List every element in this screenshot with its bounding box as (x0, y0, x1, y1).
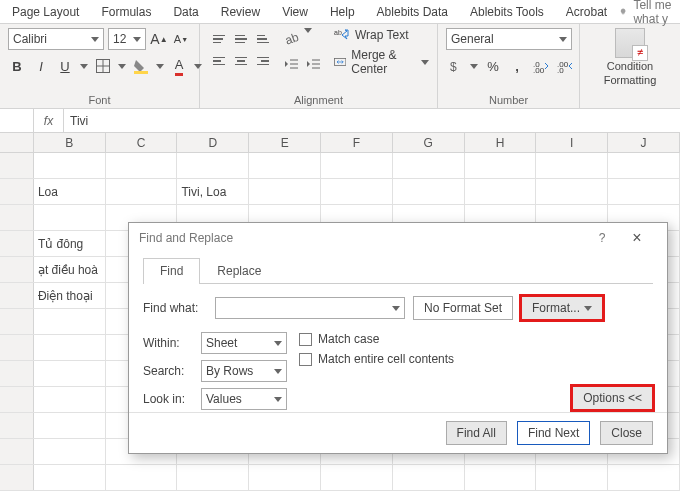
decrease-indent-icon[interactable] (282, 54, 300, 74)
row-header[interactable] (0, 465, 34, 490)
align-top-icon[interactable] (209, 29, 229, 49)
underline-button[interactable]: U (56, 56, 74, 76)
cell[interactable] (34, 413, 106, 438)
font-name-combo[interactable]: Calibri (8, 28, 104, 50)
match-entire-checkbox[interactable]: Match entire cell contents (299, 352, 454, 366)
cell[interactable] (177, 465, 249, 490)
chevron-down-icon[interactable] (80, 64, 88, 69)
bold-button[interactable]: B (8, 56, 26, 76)
cell[interactable] (249, 179, 321, 204)
chevron-down-icon[interactable] (304, 28, 312, 33)
col-header[interactable]: C (106, 133, 178, 152)
cell[interactable] (608, 465, 680, 490)
increase-font-icon[interactable]: A▲ (150, 29, 168, 49)
row-header[interactable] (0, 231, 34, 256)
name-box[interactable] (0, 109, 34, 132)
percent-format-icon[interactable]: % (484, 56, 502, 76)
options-button[interactable]: Options << (572, 386, 653, 410)
tab-ablebits-tools[interactable]: Ablebits Tools (460, 2, 554, 22)
cell[interactable] (321, 465, 393, 490)
find-all-button[interactable]: Find All (446, 421, 507, 445)
cell[interactable] (34, 439, 106, 464)
dialog-titlebar[interactable]: Find and Replace ? × (129, 223, 667, 253)
chevron-down-icon[interactable] (118, 64, 126, 69)
increase-decimal-icon[interactable]: .0.00 (532, 56, 550, 76)
cell[interactable] (393, 179, 465, 204)
tell-me-search[interactable]: Tell me what y (619, 0, 678, 26)
within-combo[interactable]: Sheet (201, 332, 287, 354)
cell[interactable] (608, 153, 680, 178)
cell[interactable]: ạt điều hoà (34, 257, 106, 282)
col-header[interactable]: J (608, 133, 680, 152)
chevron-down-icon[interactable] (470, 64, 478, 69)
row-header[interactable] (0, 179, 34, 204)
conditional-formatting-button[interactable]: Condition Formatting (588, 28, 672, 86)
col-header[interactable]: H (465, 133, 537, 152)
cell[interactable] (34, 205, 106, 230)
find-what-input[interactable] (215, 297, 405, 319)
cell[interactable]: Tivi, Loa (177, 179, 249, 204)
decrease-font-icon[interactable]: A▼ (172, 29, 190, 49)
decrease-decimal-icon[interactable]: .00.0 (556, 56, 574, 76)
cell[interactable] (536, 153, 608, 178)
cell[interactable] (536, 179, 608, 204)
fill-color-icon[interactable] (132, 56, 150, 76)
tab-find[interactable]: Find (143, 258, 200, 284)
cell[interactable] (34, 335, 106, 360)
search-combo[interactable]: By Rows (201, 360, 287, 382)
tab-page-layout[interactable]: Page Layout (2, 2, 89, 22)
col-header[interactable]: G (393, 133, 465, 152)
cell[interactable] (106, 179, 178, 204)
row-header[interactable] (0, 153, 34, 178)
help-icon[interactable]: ? (587, 231, 617, 245)
cell[interactable] (249, 153, 321, 178)
cell[interactable]: Tủ đông (34, 231, 106, 256)
match-case-checkbox[interactable]: Match case (299, 332, 454, 346)
italic-button[interactable]: I (32, 56, 50, 76)
comma-format-icon[interactable]: , (508, 56, 526, 76)
cell[interactable] (34, 465, 106, 490)
col-header[interactable]: E (249, 133, 321, 152)
tab-help[interactable]: Help (320, 2, 365, 22)
cell[interactable] (536, 465, 608, 490)
cell[interactable]: Điện thoại (34, 283, 106, 308)
row-header[interactable] (0, 361, 34, 386)
cell[interactable] (465, 465, 537, 490)
wrap-text-button[interactable]: ab Wrap Text (334, 28, 429, 42)
cell[interactable] (106, 153, 178, 178)
tab-review[interactable]: Review (211, 2, 270, 22)
align-right-icon[interactable] (253, 51, 273, 71)
align-bottom-icon[interactable] (253, 29, 273, 49)
cell[interactable] (106, 465, 178, 490)
tab-data[interactable]: Data (163, 2, 208, 22)
tab-replace[interactable]: Replace (200, 258, 278, 284)
cell[interactable] (34, 387, 106, 412)
lookin-combo[interactable]: Values (201, 388, 287, 410)
row-header[interactable] (0, 335, 34, 360)
borders-icon[interactable] (94, 56, 112, 76)
tab-formulas[interactable]: Formulas (91, 2, 161, 22)
row-header[interactable] (0, 413, 34, 438)
font-size-combo[interactable]: 12 (108, 28, 146, 50)
row-header[interactable] (0, 283, 34, 308)
cell[interactable] (608, 179, 680, 204)
cell[interactable] (34, 309, 106, 334)
cell[interactable] (321, 153, 393, 178)
font-color-icon[interactable]: A (170, 56, 188, 76)
cell[interactable] (321, 179, 393, 204)
cell[interactable] (34, 361, 106, 386)
merge-center-button[interactable]: Merge & Center (334, 48, 429, 76)
cell[interactable] (393, 465, 465, 490)
row-header[interactable] (0, 257, 34, 282)
tab-ablebits-data[interactable]: Ablebits Data (367, 2, 458, 22)
increase-indent-icon[interactable] (304, 54, 322, 74)
tab-view[interactable]: View (272, 2, 318, 22)
cell[interactable] (249, 465, 321, 490)
row-header[interactable] (0, 439, 34, 464)
align-center-icon[interactable] (231, 51, 251, 71)
fx-icon[interactable]: fx (34, 109, 64, 132)
col-header[interactable]: D (177, 133, 249, 152)
align-middle-icon[interactable] (231, 29, 251, 49)
tab-acrobat[interactable]: Acrobat (556, 2, 617, 22)
cell[interactable] (465, 179, 537, 204)
